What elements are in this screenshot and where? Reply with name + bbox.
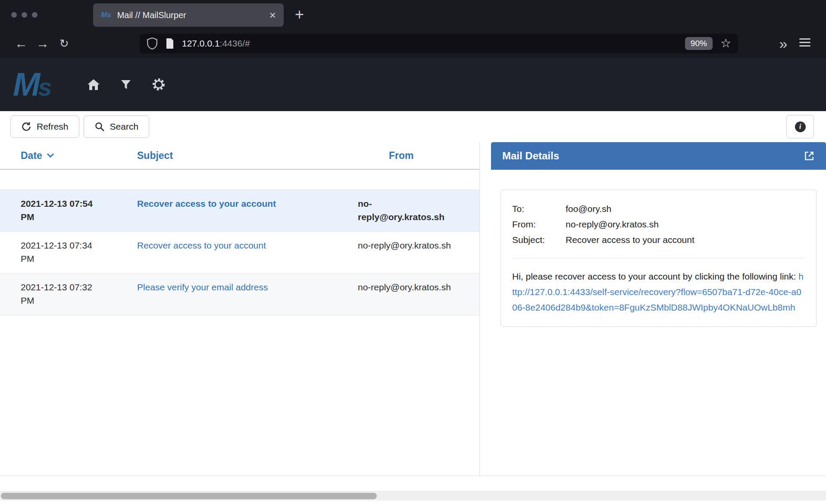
url-bar[interactable]: 127.0.0.1:4436/# 90% ☆ bbox=[140, 34, 738, 53]
reload-icon[interactable]: ↻ bbox=[53, 38, 75, 49]
subject-value: Recover access to your account bbox=[566, 232, 805, 248]
mailslurper-logo: Ms bbox=[13, 68, 50, 101]
info-button[interactable]: i bbox=[786, 115, 814, 138]
from-value: no-reply@ory.kratos.sh bbox=[566, 217, 805, 232]
mail-from: no-reply@ory.kratos.sh bbox=[345, 197, 479, 224]
refresh-button[interactable]: Refresh bbox=[10, 115, 79, 138]
mail-list-pane: Date Subject From 2021-12-13 07:54 PM Re… bbox=[0, 142, 480, 476]
scrollbar-thumb[interactable] bbox=[1, 493, 377, 499]
url-text[interactable]: 127.0.0.1:4436/# bbox=[182, 38, 685, 49]
mail-details-pane: Mail Details To: foo@ory.sh From: no-rep… bbox=[480, 142, 826, 476]
mail-subject-link[interactable]: Recover access to your account bbox=[121, 197, 345, 224]
logo-s: s bbox=[38, 73, 50, 101]
column-header-from[interactable]: From bbox=[345, 150, 479, 162]
url-suffix: :4436/# bbox=[220, 38, 250, 48]
window-controls bbox=[0, 12, 38, 18]
gear-icon[interactable] bbox=[152, 78, 166, 91]
mail-details-title: Mail Details bbox=[502, 150, 559, 162]
app-header: Ms bbox=[0, 58, 826, 111]
info-icon: i bbox=[795, 121, 806, 132]
mail-date: 2021-12-13 07:54 PM bbox=[0, 197, 121, 224]
mail-meta: To: foo@ory.sh From: no-reply@ory.kratos… bbox=[512, 201, 805, 248]
bookmark-star-icon[interactable]: ☆ bbox=[720, 37, 731, 50]
mail-from: no-reply@ory.kratos.sh bbox=[345, 280, 479, 307]
window-dot-icon bbox=[32, 12, 38, 18]
subject-label: Subject: bbox=[512, 232, 566, 248]
back-icon[interactable]: ← bbox=[10, 37, 32, 50]
tab-close-icon[interactable]: × bbox=[269, 9, 276, 21]
overflow-chevron-icon[interactable]: » bbox=[773, 36, 794, 51]
mail-details-card: To: foo@ory.sh From: no-reply@ory.kratos… bbox=[501, 190, 817, 327]
date-header-label: Date bbox=[21, 150, 42, 162]
mail-details-header: Mail Details bbox=[491, 142, 826, 170]
external-link-icon[interactable] bbox=[804, 150, 815, 162]
mail-from: no-reply@ory.kratos.sh bbox=[345, 239, 479, 265]
browser-tab[interactable]: Ms Mail // MailSlurper × bbox=[93, 3, 284, 27]
mail-body: Hi, please recover access to your accoun… bbox=[512, 269, 805, 315]
menu-icon[interactable] bbox=[794, 36, 816, 51]
home-icon[interactable] bbox=[87, 79, 100, 90]
column-header-subject[interactable]: Subject bbox=[121, 150, 345, 162]
mail-row[interactable]: 2021-12-13 07:32 PM Please verify your e… bbox=[0, 274, 479, 315]
refresh-label: Refresh bbox=[37, 121, 69, 132]
search-icon bbox=[94, 121, 105, 132]
filter-icon[interactable] bbox=[121, 79, 131, 90]
tab-title: Mail // MailSlurper bbox=[117, 10, 186, 20]
mail-date: 2021-12-13 07:32 PM bbox=[0, 280, 121, 307]
app-toolbar: Refresh Search i bbox=[0, 111, 826, 142]
mail-subject-link[interactable]: Please verify your email address bbox=[121, 280, 345, 307]
search-label: Search bbox=[110, 121, 139, 132]
card-divider bbox=[512, 258, 805, 258]
zoom-badge[interactable]: 90% bbox=[685, 37, 713, 50]
mail-list-header: Date Subject From bbox=[0, 142, 479, 170]
mail-subject-link[interactable]: Recover access to your account bbox=[121, 239, 345, 265]
window-dot-icon bbox=[22, 12, 27, 18]
chevron-down-icon bbox=[47, 153, 54, 158]
url-host: 127.0.0.1 bbox=[182, 38, 220, 48]
shield-icon[interactable] bbox=[147, 37, 158, 50]
column-header-date[interactable]: Date bbox=[0, 150, 121, 162]
search-button[interactable]: Search bbox=[84, 115, 150, 138]
refresh-icon bbox=[21, 121, 31, 132]
browser-navbar: ← → ↻ 127.0.0.1:4436/# 90% ☆ » bbox=[0, 29, 826, 58]
forward-icon[interactable]: → bbox=[32, 37, 53, 50]
mail-row[interactable]: 2021-12-13 07:34 PM Recover access to yo… bbox=[0, 232, 479, 274]
mail-body-text: Hi, please recover access to your accoun… bbox=[512, 271, 798, 281]
site-info-icon[interactable] bbox=[166, 38, 174, 49]
logo-m: M bbox=[13, 66, 38, 103]
browser-titlebar: Ms Mail // MailSlurper × + bbox=[0, 0, 826, 29]
to-value: foo@ory.sh bbox=[566, 201, 805, 217]
mailslurper-page: Ms Refresh Search i bbox=[0, 58, 826, 504]
to-label: To: bbox=[512, 201, 566, 217]
mail-date: 2021-12-13 07:34 PM bbox=[0, 239, 121, 265]
new-tab-button[interactable]: + bbox=[295, 0, 304, 29]
window-dot-icon bbox=[11, 12, 17, 18]
horizontal-scrollbar[interactable] bbox=[0, 491, 826, 501]
mail-rows: 2021-12-13 07:54 PM Recover access to yo… bbox=[0, 190, 479, 315]
tab-favicon-icon: Ms bbox=[101, 11, 111, 19]
mail-row[interactable]: 2021-12-13 07:54 PM Recover access to yo… bbox=[0, 190, 479, 232]
from-label: From: bbox=[512, 217, 566, 232]
main-content: Date Subject From 2021-12-13 07:54 PM Re… bbox=[0, 142, 826, 476]
